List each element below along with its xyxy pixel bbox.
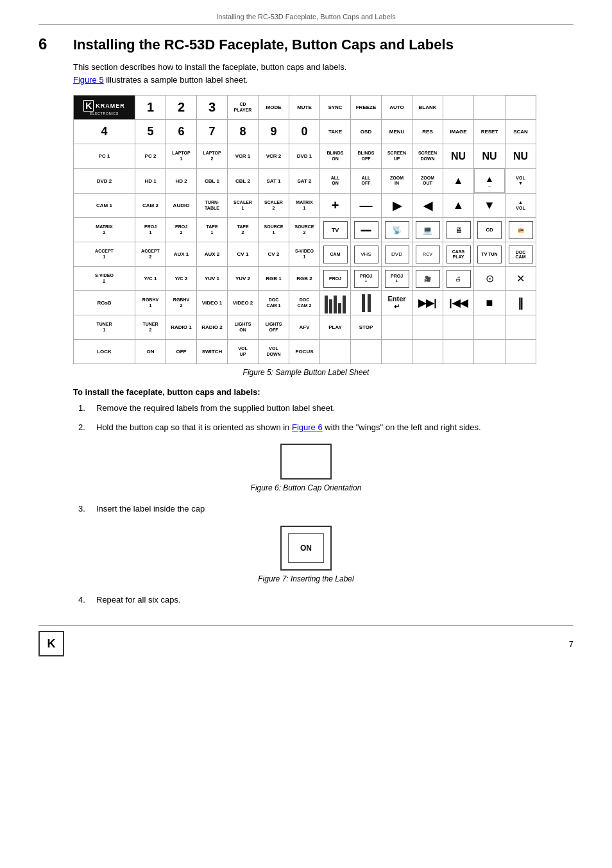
label-empty-r11-6 — [474, 340, 506, 364]
label-radio2: RADIO 2 — [197, 315, 228, 340]
label-off: OFF — [166, 340, 197, 364]
label-video1: VIDEO 1 — [197, 291, 228, 315]
label-icon-doccam: DOCCAM — [506, 242, 536, 267]
header-text: Installing the RC-53D Faceplate, Button … — [216, 13, 395, 21]
label-icon-x-box: ✕ — [506, 267, 536, 291]
label-tape1: TAPE1 — [197, 218, 228, 242]
label-icon-laptop: 💻 — [412, 218, 443, 242]
page-number: 7 — [569, 639, 574, 649]
label-scaler1: SCALER1 — [228, 194, 259, 218]
label-icon-vhs: VHS — [351, 242, 382, 267]
label-aux1: AUX 1 — [166, 242, 197, 267]
label-lights-on: LIGHTSON — [228, 315, 259, 340]
label-empty-r11-5 — [443, 340, 474, 364]
label-sync: SYNC — [320, 96, 351, 120]
label-icon-satellite: 📡 — [382, 218, 412, 242]
label-empty-r10-4 — [474, 315, 506, 340]
label-tuner2: TUNER2 — [135, 315, 166, 340]
label-tuner1: TUNER1 — [74, 315, 135, 340]
label-stop: STOP — [351, 315, 382, 340]
label-source1: SOURCE1 — [259, 218, 289, 242]
label-turn-table: TURN-TABLE — [197, 194, 228, 218]
label-icon-projector-icon: 🎥 — [412, 267, 443, 291]
label-on-text: ON — [300, 544, 312, 553]
label-aux2: AUX 2 — [197, 242, 228, 267]
label-icon-cdplayer: CD — [474, 218, 506, 242]
label-empty-r11-1 — [320, 340, 351, 364]
label-blinds-off: BLINDSOFF — [351, 144, 382, 169]
logo-cell: K KRAMER ELECTRONICS — [74, 96, 135, 120]
label-doccam2: DOCCAM 2 — [289, 291, 320, 315]
label-rew: |◀◀ — [443, 291, 474, 315]
figure5-link[interactable]: Figure 5 — [73, 75, 104, 85]
label-rgb1: RGB 1 — [259, 267, 289, 291]
label-svideo2: S-VIDEO2 — [74, 267, 135, 291]
label-vcr2: VCR 2 — [259, 144, 289, 169]
figure6-container: Figure 6: Button Cap Orientation — [38, 444, 574, 492]
label-icon-vcr: ▬▬ — [351, 218, 382, 242]
page-footer: K 7 — [38, 625, 574, 656]
label-radio1: RADIO 1 — [166, 315, 197, 340]
label-cbl1: CBL 1 — [197, 169, 228, 194]
label-insert-image: ON — [280, 526, 332, 571]
label-vol-down: VOL▼ — [506, 169, 536, 194]
label-reset: RESET — [474, 120, 506, 144]
label-cam2: CAM 2 — [135, 194, 166, 218]
label-9: 9 — [259, 120, 289, 144]
label-icon-proj-plus2: PROJ+ — [382, 267, 412, 291]
label-focus: FOCUS — [289, 340, 320, 364]
label-empty-r11-7 — [506, 340, 536, 364]
label-vol-up-arrow: ▲VOL — [506, 194, 536, 218]
label-mute: MUTE — [289, 96, 320, 120]
label-video2: VIDEO 2 — [228, 291, 259, 315]
label-plus: + — [320, 194, 351, 218]
figure6-link[interactable]: Figure 6 — [292, 422, 323, 432]
label-tape2: TAPE2 — [228, 218, 259, 242]
label-on: ON — [135, 340, 166, 364]
label-cv1: CV 1 — [228, 242, 259, 267]
label-pause: ‖ — [506, 291, 536, 315]
instruction-4: 4. Repeat for all six caps. — [96, 594, 574, 606]
label-vcr1: VCR 1 — [228, 144, 259, 169]
label-vol-down2: VOLDOWN — [259, 340, 289, 364]
label-icon-bars-sparse — [351, 291, 382, 315]
label-cell-3: 3 — [197, 96, 228, 120]
intro-paragraph: This section describes how to install th… — [73, 61, 574, 86]
label-icon-proj1: PROJ — [320, 267, 351, 291]
figure7-container: ON Figure 7: Inserting the Label — [38, 526, 574, 583]
section-heading: 6 Installing the RC-53D Faceplate, Butto… — [38, 35, 574, 53]
label-icon-screen: 🖨 — [443, 267, 474, 291]
section-title: Installing the RC-53D Faceplate, Button … — [73, 37, 454, 53]
label-dvd2: DVD 2 — [74, 169, 135, 194]
label-6: 6 — [166, 120, 197, 144]
label-zoom-in: ZOOMIN — [382, 169, 412, 194]
label-4: 4 — [74, 120, 135, 144]
label-8: 8 — [228, 120, 259, 144]
label-osd: OSD — [351, 120, 382, 144]
label-blank: BLANK — [412, 96, 443, 120]
label-play: PLAY — [320, 315, 351, 340]
label-nu1: NU — [443, 144, 474, 169]
label-yc1: Y/C 1 — [135, 267, 166, 291]
label-nu3: NU — [506, 144, 536, 169]
label-left-arrow: ◀ — [412, 194, 443, 218]
label-icon-radio: 📻 — [506, 218, 536, 242]
label-icon-pc: 🖥 — [443, 218, 474, 242]
instruction-2: 2. Hold the button cap so that it is ori… — [96, 421, 574, 434]
label-all-on: ALLON — [320, 169, 351, 194]
label-minus: — — [351, 194, 382, 218]
label-icon-proj-plus: PROJ+ — [351, 267, 382, 291]
label-lights-off: LIGHTSOFF — [259, 315, 289, 340]
label-icon-tvtuner: TV TUN — [474, 242, 506, 267]
footer-logo: K — [38, 631, 64, 656]
label-rgsb: RGsB — [74, 291, 135, 315]
label-auto: AUTO — [382, 96, 412, 120]
label-source2: SOURCE2 — [289, 218, 320, 242]
label-icon-dvd: DVD — [382, 242, 412, 267]
label-laptop1: LAPTOP1 — [166, 144, 197, 169]
label-scan: SCAN — [506, 120, 536, 144]
label-cbl2: CBL 2 — [228, 169, 259, 194]
label-icon-camera: CAM — [320, 242, 351, 267]
label-empty-1 — [443, 96, 474, 120]
label-sat2: SAT 2 — [289, 169, 320, 194]
